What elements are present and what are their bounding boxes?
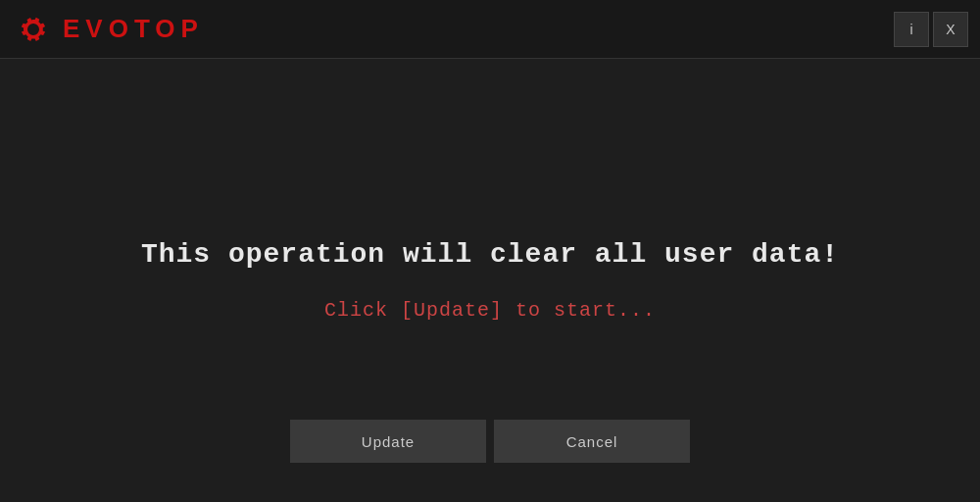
logo-area: EVOTOP [16, 12, 204, 47]
title-bar: EVOTOP i X [0, 0, 980, 59]
info-button[interactable]: i [894, 12, 929, 47]
instruction-text: Click [Update] to start... [324, 299, 656, 322]
close-button[interactable]: X [933, 12, 968, 47]
app-window: EVOTOP i X This operation will clear all… [0, 0, 980, 502]
update-button[interactable]: Update [290, 420, 486, 463]
warning-text: This operation will clear all user data! [141, 239, 839, 270]
gear-icon [16, 12, 51, 47]
logo-text: EVOTOP [63, 14, 204, 44]
cancel-button[interactable]: Cancel [494, 420, 690, 463]
bottom-buttons: Update Cancel [290, 420, 690, 463]
title-bar-buttons: i X [894, 12, 968, 47]
